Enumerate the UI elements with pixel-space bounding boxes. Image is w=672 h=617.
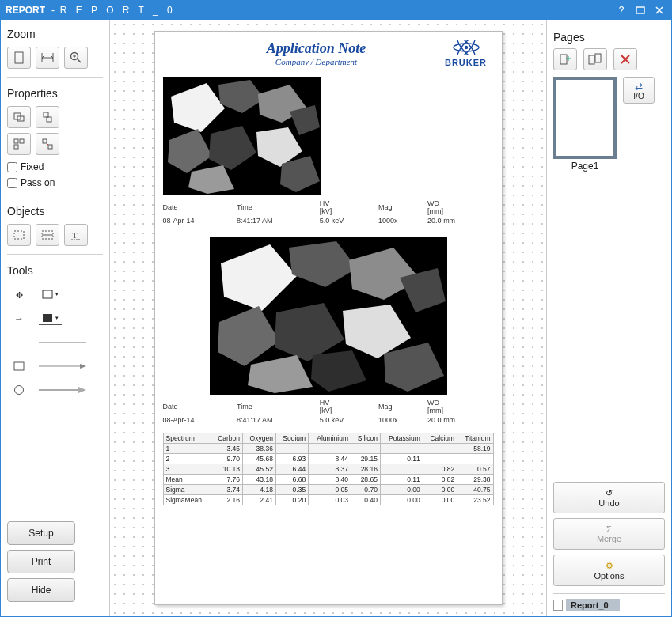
undo-button[interactable]: ↺ Undo [553,482,665,513]
table-row: SigmaMean2.162.410.200.030.400.000.0023.… [163,495,493,505]
prop-arrange-button[interactable] [36,106,59,128]
fill-solid-dropdown[interactable]: ▾ [39,313,62,325]
prop-group-button[interactable] [7,133,31,155]
arrow-thin-option[interactable] [39,363,86,369]
pages-section-title: Pages [553,31,665,44]
zoom-fit-width-button[interactable] [36,47,59,69]
svg-rect-18 [43,139,47,143]
prop-align-button[interactable] [7,106,31,128]
svg-rect-15 [14,139,18,143]
table-row: 13.4538.3658.19 [163,444,493,454]
zoom-magnify-button[interactable] [64,47,88,69]
svg-rect-16 [20,139,24,143]
arrow-right-icon[interactable]: → [14,313,24,324]
svg-rect-29 [14,362,24,370]
svg-rect-60 [560,55,567,64]
svg-line-8 [78,59,81,62]
add-page-button[interactable] [553,48,577,70]
page1-label: Page1 [553,161,617,172]
fill-none-dropdown[interactable]: ▾ [39,290,62,301]
report-subtitle: Company / Department [195,57,439,66]
circle-icon[interactable] [13,384,25,396]
spectrum-table: SpectrumCarbonOxygenSodiumAluminiumSilic… [163,433,494,505]
canvas-area[interactable]: Application Note Company / Department BR… [110,20,546,616]
report-tab[interactable]: Report_0 [566,599,620,611]
tools-grid: ✥ ▾ → ▾ — [7,283,103,402]
page1-thumbnail[interactable] [553,77,617,159]
svg-marker-34 [78,387,86,393]
maximize-button[interactable] [633,4,647,17]
hide-button[interactable]: Hide [7,578,75,602]
svg-rect-64 [595,54,601,62]
passon-checkbox[interactable]: Pass on [7,177,103,188]
image2-info-table: DateTimeHV[kV]MagWD[mm] 08-Apr-148:41:17… [163,398,494,425]
tools-section-title: Tools [7,264,103,277]
setup-button[interactable]: Setup [7,521,75,545]
table-row: Sigma3.744.180.350.050.700.000.0040.75 [163,485,493,495]
objects-section-title: Objects [7,205,103,218]
svg-rect-27 [43,314,52,322]
page-header: Application Note Company / Department BR… [163,40,494,67]
svg-rect-14 [47,117,51,122]
object-text-button[interactable]: T [64,224,88,246]
svg-rect-3 [15,52,23,63]
hline-icon[interactable]: — [14,337,24,348]
svg-text:T: T [72,230,78,240]
rect-icon[interactable] [13,361,25,371]
io-button[interactable]: ⇄ I/O [623,77,655,104]
svg-rect-19 [48,145,52,149]
svg-point-32 [15,386,24,395]
zoom-fit-page-button[interactable] [7,47,31,69]
svg-rect-21 [14,231,24,239]
svg-rect-0 [636,7,644,13]
table-row: 29.7045.686.938.4429.150.11 [163,454,493,464]
line-thin-option[interactable] [39,340,86,345]
svg-marker-31 [80,364,86,369]
undo-icon: ↺ [606,488,613,498]
table-row: 310.1345.526.448.3728.160.820.57 [163,464,493,475]
properties-section-title: Properties [7,87,103,100]
arrow-thick-option[interactable] [39,387,86,393]
bruker-logo: BRUKER [439,40,494,67]
duplicate-page-button[interactable] [583,48,607,70]
document-icon [553,600,563,611]
svg-rect-13 [44,112,48,117]
fixed-checkbox[interactable]: Fixed [7,161,103,172]
table-row: Mean7.7643.186.688.4028.650.110.8229.38 [163,475,493,485]
report-window: REPORT - R E P O R T _ 0 ? Zoom Properti… [0,0,672,617]
help-button[interactable]: ? [614,4,628,17]
svg-rect-63 [589,55,594,64]
options-icon: ⚙ [606,561,613,571]
options-button[interactable]: ⚙ Options [553,555,665,586]
svg-rect-17 [14,145,18,149]
move-icon[interactable]: ✥ [16,290,23,301]
merge-button: Σ Merge [553,518,665,550]
print-button[interactable]: Print [7,550,75,573]
svg-rect-26 [43,290,52,298]
sem-image-2[interactable] [210,237,447,395]
sem-image-1[interactable] [163,77,321,195]
close-button[interactable] [652,4,666,17]
svg-line-20 [47,143,48,145]
zoom-section-title: Zoom [7,28,103,40]
svg-point-38 [464,46,467,49]
title-app: REPORT [6,5,45,16]
title-doc: R E P O R T _ 0 [60,5,176,16]
object-frame-button[interactable] [7,224,31,246]
left-panel: Zoom Properties Fixed Pass on Objects [1,20,110,616]
sigma-icon: Σ [606,524,612,534]
report-page[interactable]: Application Note Company / Department BR… [154,31,503,605]
image1-info-table: DateTimeHV[kV]MagWD[mm] 08-Apr-148:41:17… [163,199,494,225]
delete-page-button[interactable] [613,48,637,70]
prop-ungroup-button[interactable] [36,133,59,155]
right-panel: Pages Page1 ⇄ I/O [546,20,671,616]
object-image-button[interactable] [36,224,59,246]
title-bar: REPORT - R E P O R T _ 0 ? [1,1,671,20]
report-title: Application Note [195,40,439,57]
